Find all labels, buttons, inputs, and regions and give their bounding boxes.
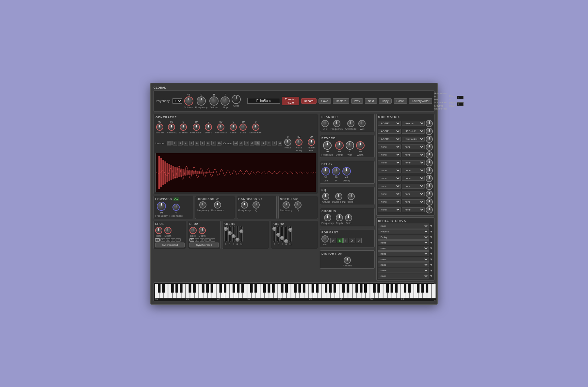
fx-select-3[interactable]: none — [378, 240, 429, 245]
lfo1-noise-shape[interactable]: ⋯ — [176, 238, 181, 242]
lfo1-sync-btn[interactable]: Synchronized — [155, 243, 185, 247]
glide-knob[interactable] — [232, 95, 241, 104]
mod-target-2[interactable]: HarmonicsVolumeLP Cutoffnone — [402, 137, 425, 142]
oct-1[interactable]: 1 — [261, 141, 266, 145]
notch-freq-knob[interactable] — [283, 201, 290, 209]
gen-harmonics-knob[interactable] — [217, 124, 224, 131]
eq-low-knob[interactable] — [322, 193, 329, 200]
mod-source-8[interactable]: none — [378, 184, 401, 189]
formant-o-btn[interactable]: O — [349, 238, 355, 243]
adsr1-r-track[interactable] — [236, 226, 239, 242]
mod-amount-4-knob[interactable] — [426, 151, 433, 159]
formant-i-btn[interactable]: I — [343, 238, 348, 243]
bp-freq-knob[interactable] — [241, 201, 248, 209]
reverb-width-knob[interactable] — [356, 141, 365, 150]
reverb-damp-knob[interactable] — [335, 141, 344, 150]
distortion-amount-knob[interactable] — [344, 257, 351, 264]
adsr1-a-thumb[interactable] — [224, 227, 228, 231]
slop-knob[interactable] — [220, 96, 230, 106]
lfo2-saw-shape[interactable]: /| — [195, 238, 199, 242]
lfo2-sq-shape[interactable]: ⊓ — [205, 238, 210, 242]
mod-amount-1-knob[interactable] — [426, 128, 433, 135]
delay-p-knob[interactable] — [332, 167, 340, 176]
uni-8[interactable]: 8 — [206, 141, 210, 145]
fx-select-1[interactable]: Reverbnone — [378, 229, 429, 234]
mod-source-4[interactable]: none — [378, 152, 401, 157]
hp-freq-knob[interactable] — [199, 201, 206, 209]
uni-2[interactable]: 2 — [172, 141, 177, 145]
formant-u-btn[interactable]: U — [356, 238, 362, 243]
mod-target-3[interactable]: none — [402, 144, 425, 149]
gen-vol-knob[interactable] — [156, 124, 163, 131]
copy-btn[interactable]: Copy — [379, 98, 392, 104]
adsr2-d-thumb[interactable] — [276, 233, 280, 237]
lp-freq-knob[interactable] — [157, 202, 166, 211]
mod-amount-10-knob[interactable] — [426, 198, 433, 206]
mod-source-6[interactable]: none — [378, 168, 401, 173]
fx-select-2[interactable]: Delaynone — [378, 235, 429, 240]
lfo1-depth-knob[interactable] — [164, 227, 172, 234]
fx-select-8[interactable]: none — [378, 268, 429, 273]
mod-target-6[interactable]: none — [402, 168, 425, 173]
prev-btn[interactable]: Prev — [351, 98, 363, 104]
fx-arrow-4[interactable]: ▼ — [430, 246, 433, 250]
adsr1-sp-track[interactable] — [240, 226, 243, 242]
gen-drive-knob[interactable] — [230, 124, 237, 131]
gen-bandwidth-knob[interactable] — [193, 124, 200, 131]
lfo1-tri-shape[interactable]: /\ — [166, 238, 170, 242]
mod-target-4[interactable]: none — [402, 152, 425, 157]
mod-amount-2-knob[interactable] — [426, 136, 433, 143]
adsr2-r-track[interactable] — [285, 226, 287, 242]
flanger-amp-knob[interactable] — [347, 120, 354, 127]
mod-amount-9-knob[interactable] — [426, 191, 433, 198]
uni-9[interactable]: 9 — [211, 141, 216, 145]
adsr2-sp-thumb[interactable] — [288, 228, 292, 232]
mod-target-5[interactable]: none — [402, 160, 425, 165]
pitch-up-input[interactable] — [457, 96, 464, 99]
mod-target-1[interactable]: LP CutoffVolumeHarmonicsnone — [402, 129, 425, 134]
fx-arrow-5[interactable]: ▼ — [430, 252, 433, 256]
gen-pan-knob[interactable] — [168, 124, 175, 131]
reverb-room-knob[interactable] — [323, 141, 332, 150]
uni-5[interactable]: 5 — [189, 141, 194, 145]
gen-damp-knob[interactable] — [205, 124, 212, 131]
flanger-wet-knob[interactable] — [358, 120, 366, 127]
adsr2-a-thumb[interactable] — [272, 227, 276, 231]
adsr2-r-thumb[interactable] — [284, 239, 288, 243]
mod-source-3[interactable]: none — [378, 144, 401, 149]
fx-select-6[interactable]: none — [378, 257, 429, 262]
chorus-depth-knob[interactable] — [336, 214, 343, 221]
mod-target-10[interactable]: none — [402, 199, 425, 204]
adsr1-d-track[interactable] — [228, 226, 231, 242]
mod-amount-3-knob[interactable] — [426, 143, 433, 151]
fx-arrow-9[interactable]: ▼ — [430, 274, 433, 278]
frequency-knob[interactable] — [197, 96, 206, 106]
adsr2-s-thumb[interactable] — [280, 236, 284, 240]
fx-arrow-8[interactable]: ▼ — [430, 269, 433, 272]
adsr2-sp-track[interactable] — [289, 226, 292, 242]
mod-amount-6-knob[interactable] — [426, 167, 433, 174]
paste-btn[interactable]: Paste — [394, 98, 407, 104]
lfo2-depth-knob[interactable] — [199, 227, 206, 234]
uni-3[interactable]: 3 — [178, 141, 183, 145]
mod-target-8[interactable]: none — [402, 184, 425, 189]
chorus-gain-knob[interactable] — [345, 214, 352, 221]
detune-knob[interactable] — [209, 96, 219, 106]
lfo1-sq-shape[interactable]: ⊓ — [171, 238, 175, 242]
record-btn[interactable]: Record — [301, 98, 317, 104]
formant-a-btn[interactable]: A — [330, 238, 336, 243]
mod-source-9[interactable]: none — [378, 192, 401, 196]
oct-3[interactable]: 3 — [272, 141, 277, 145]
mod-source-2[interactable]: ADSR1ADSR2LFO1none — [378, 137, 401, 142]
fx-arrow-0[interactable]: ▼ — [430, 224, 433, 228]
volume-knob[interactable] — [184, 96, 193, 106]
lfo2-noise-shape[interactable]: ⋯ — [210, 238, 215, 242]
lfo1-saw-shape[interactable]: /| — [160, 238, 165, 242]
adsr2-a-track[interactable] — [273, 226, 276, 242]
mod-amount-0-knob[interactable] — [426, 120, 433, 127]
adsr2-d-track[interactable] — [277, 226, 280, 242]
fx-select-4[interactable]: none — [378, 246, 429, 251]
hp-res-knob[interactable] — [214, 201, 221, 209]
fx-select-9[interactable]: none — [378, 274, 429, 278]
lfo2-sine-shape[interactable]: ∿ — [189, 238, 194, 242]
